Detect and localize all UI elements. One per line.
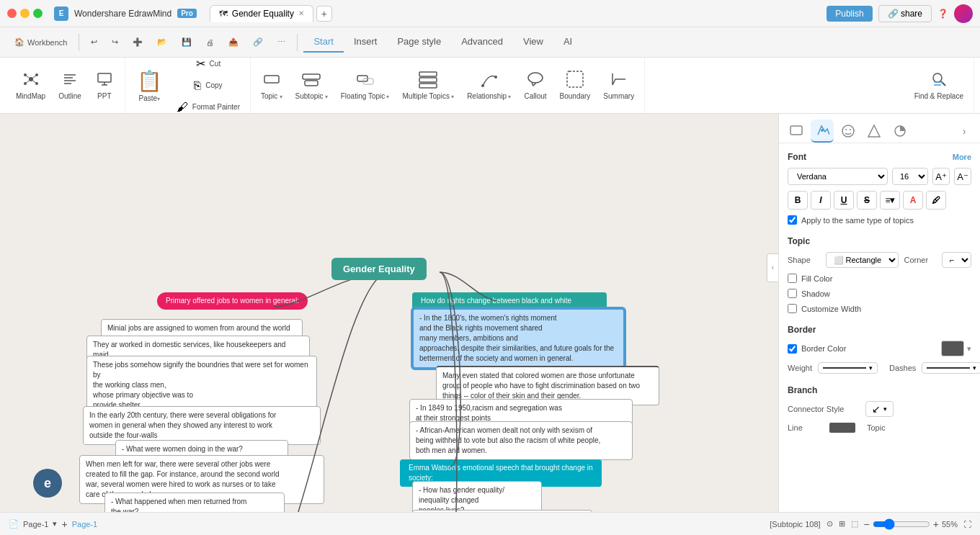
shape-select[interactable]: ⬜ Rectangle xyxy=(826,252,899,268)
copy-button[interactable]: ⎘ Copy xyxy=(171,76,246,95)
redo-button[interactable]: ↪ xyxy=(106,35,124,50)
minimize-button[interactable] xyxy=(20,9,30,18)
more-button[interactable]: ⋯ xyxy=(272,35,291,50)
full-screen-icon[interactable]: ⬚ xyxy=(851,519,858,529)
export-button[interactable]: 📤 xyxy=(223,35,244,50)
panel-content: Font More Verdana 16 A⁺ A⁻ B I U xyxy=(779,143,980,512)
border-color-checkbox[interactable] xyxy=(788,344,797,354)
node-african-american[interactable]: - African-American women dealt not only … xyxy=(409,421,633,460)
align-button[interactable]: ≡▾ xyxy=(880,191,900,210)
strikethrough-button[interactable]: S xyxy=(857,191,877,210)
bold-button[interactable]: B xyxy=(788,191,808,210)
share-toolbar-button[interactable]: 🔗 xyxy=(247,35,269,50)
font-size-increase[interactable]: A⁺ xyxy=(932,168,950,185)
main-area: Gender Equality Primary offered jobs to … xyxy=(0,114,980,512)
subtopic-label: Subtopic ▾ xyxy=(295,92,328,101)
tab-view[interactable]: View xyxy=(513,32,553,53)
subtopic-icon xyxy=(302,70,321,91)
node-how-changed[interactable]: - How has gender equality/inequality cha… xyxy=(412,481,542,512)
font-family-select[interactable]: Verdana xyxy=(788,168,888,185)
save-button[interactable]: 💾 xyxy=(176,35,197,50)
weight-select[interactable]: ▾ xyxy=(818,362,878,374)
boundary-button[interactable]: Boundary xyxy=(554,67,597,104)
tab-ai[interactable]: AI xyxy=(553,32,582,53)
customize-width-checkbox[interactable] xyxy=(788,304,797,313)
find-replace-button[interactable]: Find & Replace xyxy=(909,67,969,104)
panel-collapse-button[interactable]: ‹ xyxy=(767,253,778,282)
share-button[interactable]: 🔗 share xyxy=(878,5,932,22)
close-button[interactable] xyxy=(7,9,17,18)
tab-insert[interactable]: Insert xyxy=(344,32,388,53)
dashes-select[interactable]: ▾ xyxy=(922,362,980,374)
font-size-decrease[interactable]: A⁻ xyxy=(954,168,971,185)
tab-start[interactable]: Start xyxy=(303,32,343,53)
new-button[interactable]: ➕ xyxy=(127,35,148,50)
user-avatar[interactable] xyxy=(954,4,973,23)
italic-button[interactable]: I xyxy=(811,191,831,210)
tab-advanced[interactable]: Advanced xyxy=(451,32,513,53)
add-page-button[interactable]: + xyxy=(61,518,67,530)
node-primary-jobs[interactable]: Primary offered jobs to women in general… xyxy=(157,292,308,310)
underline-button[interactable]: U xyxy=(834,191,854,210)
multiple-topics-button[interactable]: Multiple Topics ▾ xyxy=(396,67,460,104)
topic-button[interactable]: Topic ▾ xyxy=(255,67,288,104)
fullscreen-button[interactable]: ⛶ xyxy=(963,520,971,529)
publish-button[interactable]: Publish xyxy=(827,6,872,22)
border-color-swatch[interactable] xyxy=(941,341,964,356)
help-icon[interactable]: ❓ xyxy=(937,9,948,19)
fill-color-checkbox[interactable] xyxy=(788,274,797,283)
apply-same-checkbox[interactable] xyxy=(788,215,797,225)
callout-button[interactable]: Callout xyxy=(518,67,552,104)
floating-topic-button[interactable]: Floating Topic ▾ xyxy=(335,67,396,104)
fit-page-icon[interactable]: ⊙ xyxy=(827,519,833,529)
tab-close-button[interactable]: ✕ xyxy=(298,9,304,17)
border-color-dropdown[interactable]: ▾ xyxy=(967,344,971,354)
save-icon: 💾 xyxy=(182,37,192,47)
new-tab-button[interactable]: + xyxy=(316,6,332,22)
page-dropdown[interactable]: ▾ xyxy=(53,519,57,529)
corner-select[interactable]: ⌐ xyxy=(942,252,971,268)
zoom-slider[interactable] xyxy=(873,518,930,530)
outline-button[interactable]: Outline xyxy=(53,68,87,104)
panel-tab-theme[interactable] xyxy=(888,120,912,143)
undo-button[interactable]: ↩ xyxy=(85,35,103,50)
line-color-swatch[interactable] xyxy=(829,423,855,433)
panel-tab-emoji[interactable] xyxy=(837,120,860,143)
open-button[interactable]: 📂 xyxy=(151,35,173,50)
status-left: 📄 Page-1 ▾ + Page-1 xyxy=(9,518,97,530)
subtopic-button[interactable]: Subtopic ▾ xyxy=(290,67,334,104)
shadow-checkbox[interactable] xyxy=(788,289,797,298)
workbench-button[interactable]: 🏠 Workbench xyxy=(9,35,73,50)
ppt-button[interactable]: PPT xyxy=(89,68,120,104)
paste-button[interactable]: 📋 Paste▾ xyxy=(130,66,169,105)
active-tab[interactable]: 🗺 Gender Equality ✕ xyxy=(210,5,313,22)
weight-label: Weight xyxy=(788,364,812,372)
panel-expand-button[interactable]: › xyxy=(954,121,974,141)
print-button[interactable]: 🖨 xyxy=(200,35,220,50)
font-color-button[interactable]: A xyxy=(903,191,923,210)
mindmap-button[interactable]: MindMap xyxy=(10,68,51,104)
summary-button[interactable]: Summary xyxy=(597,67,640,104)
maximize-button[interactable] xyxy=(33,9,43,18)
font-size-select[interactable]: 16 xyxy=(892,168,928,185)
node-obligations[interactable]: In the early 20th century, there were se… xyxy=(83,406,321,445)
canvas[interactable]: Gender Equality Primary offered jobs to … xyxy=(0,114,778,512)
root-node[interactable]: Gender Equality xyxy=(331,258,427,280)
line-topic-row: Line Topic xyxy=(788,423,971,433)
panel-tab-style[interactable] xyxy=(811,120,834,143)
connector-style-select[interactable]: ↙ ▾ xyxy=(865,401,894,417)
node-1800s[interactable]: - In the 1800's, the women's rights mome… xyxy=(412,308,625,369)
text-highlight-button[interactable]: 🖊 xyxy=(926,191,946,210)
panel-tab-shapes[interactable] xyxy=(863,120,886,143)
tab-page-style[interactable]: Page style xyxy=(387,32,451,53)
node-affects-men[interactable]: - Gender equality affects not onlywomen,… xyxy=(412,510,592,512)
cut-button[interactable]: ✂ Cut xyxy=(171,54,246,73)
grid-view-icon[interactable]: ⊞ xyxy=(839,519,845,529)
zoom-plus-button[interactable]: + xyxy=(933,518,939,530)
panel-tab-format[interactable] xyxy=(785,120,808,143)
node-men-returned[interactable]: - What happened when men returned fromth… xyxy=(104,493,285,512)
zoom-minus-button[interactable]: − xyxy=(864,518,870,530)
font-more-link[interactable]: More xyxy=(953,153,971,161)
topic-icon xyxy=(262,70,281,91)
relationship-button[interactable]: Relationship ▾ xyxy=(461,67,517,104)
